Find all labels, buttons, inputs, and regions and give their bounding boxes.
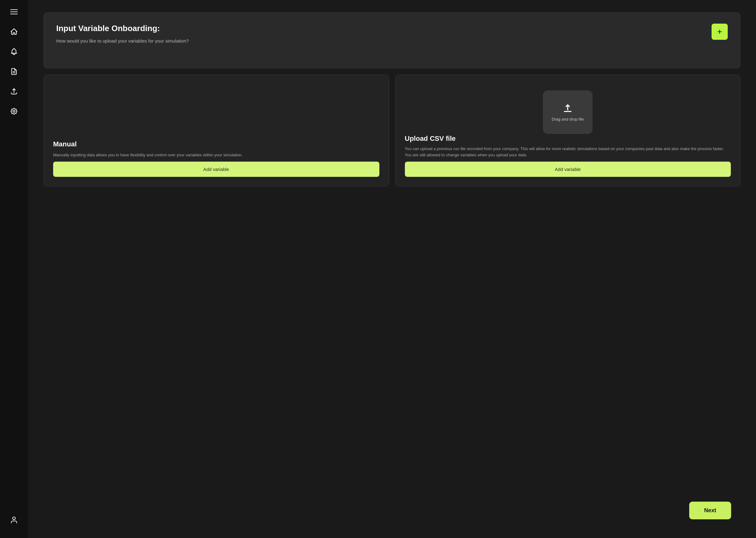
drag-drop-box[interactable]: Drag and drop file (543, 90, 592, 134)
upload-icon (10, 87, 18, 95)
manual-card: Manual Manually inputting data allows yo… (43, 75, 389, 187)
drag-drop-label: Drag and drop file (552, 117, 584, 122)
sidebar-item-settings[interactable] (8, 106, 20, 117)
sidebar-bottom (8, 514, 20, 532)
cards-row: Manual Manually inputting data allows yo… (43, 75, 740, 187)
csv-add-variable-button[interactable]: Add variable (405, 162, 731, 177)
next-button[interactable]: Next (689, 502, 731, 519)
upload-section: Upload CSV file You can upload a previou… (405, 134, 731, 158)
sidebar-item-upload[interactable] (8, 86, 20, 97)
sidebar-item-notifications[interactable] (8, 46, 20, 57)
settings-icon (10, 107, 18, 115)
home-icon (10, 27, 18, 36)
manual-add-variable-button[interactable]: Add variable (53, 162, 379, 177)
sidebar-item-home[interactable] (8, 26, 20, 37)
main-content: Input Variable Onboarding: How would you… (28, 0, 756, 538)
csv-card-top: Drag and drop file (405, 84, 731, 134)
hamburger-menu-button[interactable] (8, 6, 20, 18)
manual-card-top (53, 84, 379, 140)
header-card: Input Variable Onboarding: How would you… (43, 13, 740, 68)
manual-card-description: Manually inputting data allows you to ha… (53, 152, 379, 158)
drag-drop-upload-icon (563, 103, 573, 113)
add-button[interactable]: + (712, 24, 728, 40)
next-button-container: Next (689, 502, 731, 519)
header-text: Input Variable Onboarding: How would you… (56, 24, 189, 43)
sidebar-top (8, 6, 20, 117)
manual-card-bottom: Manual Manually inputting data allows yo… (53, 140, 379, 177)
report-icon (10, 68, 18, 76)
manual-card-title: Manual (53, 140, 379, 148)
bell-icon (10, 48, 18, 56)
page-subtitle: How would you like to upload your variab… (56, 38, 189, 43)
csv-card-description: You can upload a previous csv file recor… (405, 146, 731, 158)
page-title: Input Variable Onboarding: (56, 24, 189, 33)
sidebar-item-profile[interactable] (8, 514, 20, 525)
user-icon (10, 516, 18, 524)
csv-card: Drag and drop file Upload CSV file You c… (395, 75, 741, 187)
csv-card-bottom: Upload CSV file You can upload a previou… (405, 134, 731, 177)
csv-card-title: Upload CSV file (405, 134, 731, 143)
sidebar (0, 0, 28, 538)
sidebar-item-reports[interactable] (8, 66, 20, 77)
svg-point-0 (13, 110, 15, 113)
